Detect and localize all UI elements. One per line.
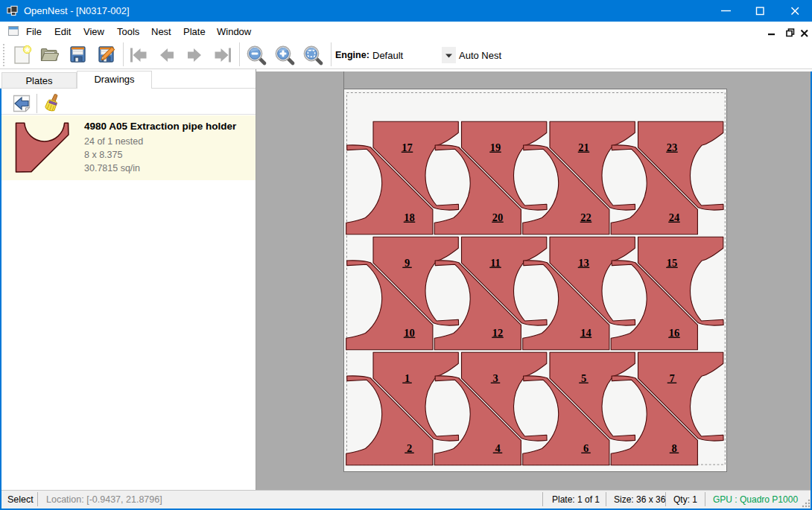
- svg-text:21: 21: [578, 141, 589, 153]
- svg-text:24: 24: [669, 211, 680, 223]
- svg-text:1: 1: [405, 372, 410, 384]
- svg-text:19: 19: [490, 141, 501, 153]
- svg-text:14: 14: [580, 327, 591, 339]
- svg-text:11: 11: [490, 257, 501, 269]
- svg-text:8: 8: [671, 442, 676, 454]
- svg-text:20: 20: [492, 211, 504, 223]
- svg-text:7: 7: [669, 372, 674, 384]
- svg-text:17: 17: [402, 141, 413, 153]
- svg-text:12: 12: [492, 327, 504, 339]
- svg-text:22: 22: [580, 211, 591, 223]
- svg-text:18: 18: [404, 211, 415, 223]
- svg-text:13: 13: [578, 257, 589, 269]
- svg-text:16: 16: [669, 327, 680, 339]
- svg-text:5: 5: [581, 372, 586, 384]
- svg-text:9: 9: [405, 257, 410, 269]
- svg-text:23: 23: [667, 141, 678, 153]
- svg-text:3: 3: [492, 372, 498, 384]
- svg-text:4: 4: [495, 442, 500, 454]
- svg-text:6: 6: [583, 442, 589, 454]
- svg-text:2: 2: [407, 442, 412, 454]
- svg-text:10: 10: [404, 327, 415, 339]
- svg-text:15: 15: [667, 257, 678, 269]
